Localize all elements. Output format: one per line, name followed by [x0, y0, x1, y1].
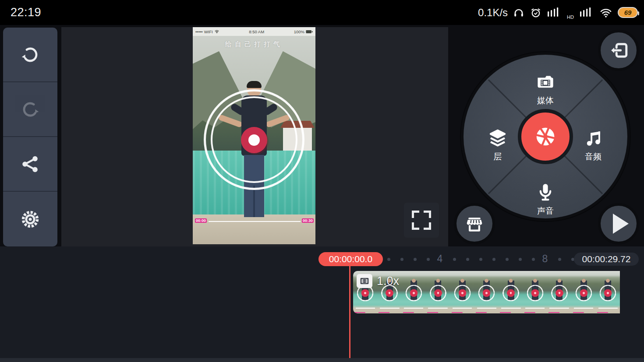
ruler-dot [479, 258, 482, 261]
video-preview[interactable]: ••••• WIFI 8:50 AM 100% [193, 27, 315, 244]
play-button[interactable] [598, 203, 639, 244]
wheel-item-media[interactable]: 媒体 [464, 71, 627, 106]
phone-battery-text: 100% [294, 29, 304, 34]
ruler-dot [414, 258, 417, 261]
clip-thumbnail-frame [596, 271, 620, 313]
redo-icon [20, 99, 41, 120]
music-note-icon [583, 127, 604, 148]
video-progress-line [209, 221, 301, 222]
clip-thumbnail-frame [402, 271, 426, 313]
settings-button[interactable] [3, 192, 57, 246]
share-button[interactable] [3, 137, 57, 192]
clip-thumbnails[interactable]: 1.0x [353, 271, 644, 313]
clip-type-badge [357, 274, 372, 288]
undo-icon [20, 44, 41, 65]
redo-button[interactable] [3, 82, 57, 137]
video-pool-deck [193, 214, 315, 244]
ruler-dot [558, 258, 561, 261]
signal-bars-2-icon [579, 6, 594, 19]
capture-button[interactable] [518, 109, 573, 164]
ruler-dot [466, 258, 469, 261]
hd-volte-label: HD [567, 14, 574, 20]
action-wheel: 媒体 层 音频 声音 [461, 52, 630, 221]
clip-thumbnail-frame [523, 271, 547, 313]
phone-carrier-text: WIFI [204, 29, 213, 34]
battery-percent-text: 69 [624, 9, 632, 16]
ruler-second-label: 4 [437, 253, 443, 265]
network-speed-text: 0.1K/s [478, 7, 508, 19]
total-duration-badge: 00:00:29.72 [574, 253, 639, 266]
timeline-ruler[interactable]: 00:00:00.0 00:00:29.72 1.0x 48 [0, 246, 644, 358]
video-progress-start-time: 00:00 [195, 218, 207, 223]
fullscreen-button[interactable] [404, 203, 439, 238]
wheel-item-label: 媒体 [537, 95, 554, 106]
ruler-dot [532, 258, 535, 261]
wheel-item-label: 层 [494, 151, 502, 162]
signal-bars-icon [547, 6, 562, 19]
recorded-phone-status-bar: ••••• WIFI 8:50 AM 100% [193, 27, 315, 36]
microphone-icon [535, 182, 556, 203]
alarm-icon [530, 7, 542, 19]
exit-icon [607, 39, 630, 62]
ruler-dot [506, 258, 509, 261]
asset-store-button[interactable] [454, 203, 495, 244]
film-strip-icon [359, 276, 370, 286]
clip-thumbnail-frame [450, 271, 474, 313]
wheel-item-audio[interactable]: 音频 [572, 127, 614, 162]
gear-icon [20, 209, 41, 230]
phone-battery-icon [306, 30, 313, 34]
video-caption-text: 给自己打打气 [193, 40, 315, 49]
ruler-dot [387, 258, 390, 261]
left-toolbar [3, 28, 57, 246]
playhead-line [349, 266, 350, 358]
ruler-dot [453, 258, 456, 261]
ruler-dot [400, 258, 403, 261]
headphones-icon [513, 7, 525, 19]
ruler-dot [492, 258, 495, 261]
clock-text: 22:19 [11, 6, 41, 19]
ruler-second-label: 8 [542, 253, 548, 265]
ruler-dot [427, 258, 430, 261]
navigation-hint-bar [0, 358, 644, 362]
clip-thumbnail-frame [426, 271, 450, 313]
media-folder-icon [535, 71, 556, 92]
phone-wifi-icon [214, 29, 219, 34]
record-button-overlay [241, 127, 267, 153]
kinemaster-editor: ••••• WIFI 8:50 AM 100% [0, 25, 644, 362]
layers-icon [487, 127, 508, 148]
clip-thumbnail-frame [499, 271, 523, 313]
phone-time-text: 8:50 AM [249, 29, 264, 34]
undo-button[interactable] [3, 28, 57, 82]
video-progress-end-time: 00:30 [302, 218, 314, 223]
phone-signal-dots: ••••• [195, 29, 203, 34]
ruler-dot [519, 258, 522, 261]
android-status-bar: 22:19 0.1K/s HD 69 [0, 0, 644, 25]
share-icon [20, 154, 41, 175]
store-icon [463, 212, 486, 235]
wheel-item-label: 音频 [585, 151, 602, 162]
play-icon [613, 214, 629, 234]
clip-thumbnail-frame [547, 271, 571, 313]
wheel-item-layer[interactable]: 层 [477, 127, 519, 162]
exit-project-button[interactable] [598, 30, 639, 71]
clip-speed-label: 1.0x [377, 274, 399, 288]
wifi-icon [599, 7, 613, 19]
playhead-time-badge: 00:00:00.0 [318, 252, 383, 266]
clip-thumbnail-frame [474, 271, 499, 313]
battery-icon: 69 [618, 7, 638, 18]
wheel-item-label: 声音 [537, 205, 554, 217]
camera-shutter-icon [533, 124, 558, 149]
clip-thumbnail-frame [572, 271, 596, 313]
